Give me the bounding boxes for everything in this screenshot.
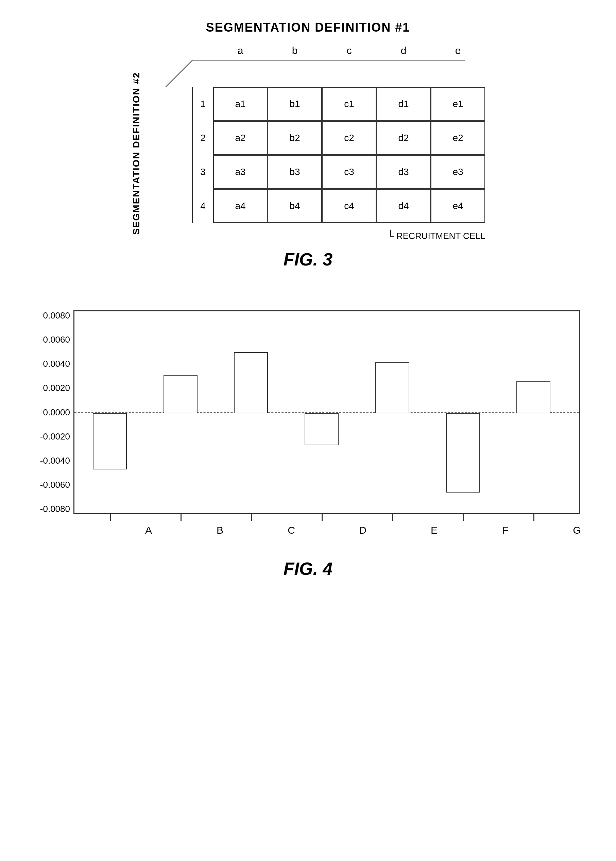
x-label-g: G [570, 525, 584, 536]
cell-d4: d4 [376, 189, 431, 223]
col-header-a: a [213, 45, 267, 60]
x-axis-labels: ABCDEFG [74, 525, 585, 542]
y-ticks [71, 311, 74, 513]
cell-c2: c2 [322, 121, 376, 155]
cell-e4: e4 [431, 189, 485, 223]
cell-c3: c3 [322, 155, 376, 189]
y-label-0000: 0.0000 [36, 407, 70, 418]
cell-b3: b3 [267, 155, 322, 189]
bar-g [516, 382, 550, 413]
cell-d1: d1 [376, 87, 431, 121]
grid-rows: 1 a1 b1 c1 d1 e1 2 a2 b2 c2 [193, 87, 485, 223]
recruitment-cell-label: └ RECRUITMENT CELL [387, 230, 485, 242]
x-tick-a [110, 514, 111, 521]
bar-a [93, 413, 127, 470]
bar-e [375, 362, 409, 413]
x-tick-d [322, 514, 323, 521]
fig3-section: SEGMENTATION DEFINITION #1 SEGMENTATION … [27, 20, 589, 290]
x-tick-c [251, 514, 252, 521]
cell-a4: a4 [213, 189, 267, 223]
y-label-n0080: -0.0080 [36, 504, 70, 514]
y-label-0020: 0.0020 [36, 383, 70, 393]
fig4-label: FIG. 4 [283, 558, 333, 579]
fig3-title: SEGMENTATION DEFINITION #1 [206, 20, 410, 35]
y-label-n0020: -0.0020 [36, 431, 70, 442]
bar-d [305, 413, 339, 445]
col-header-c: c [322, 45, 376, 60]
table-row-2: 2 a2 b2 c2 d2 e2 [193, 121, 485, 155]
row-header-2: 2 [193, 121, 213, 155]
x-label-f: F [499, 525, 512, 536]
row-header-4: 4 [193, 189, 213, 223]
diagonal-corner [165, 60, 193, 87]
row-header-1: 1 [193, 87, 213, 121]
fig3-label: FIG. 3 [283, 249, 333, 270]
cell-a3: a3 [213, 155, 267, 189]
fig4-section: 0.0080 0.0060 0.0040 0.0020 0.0000 -0.00… [27, 310, 589, 599]
cell-b1: b1 [267, 87, 322, 121]
cell-a2: a2 [213, 121, 267, 155]
y-label-0080: 0.0080 [36, 310, 70, 321]
cell-c4: c4 [322, 189, 376, 223]
y-label-n0060: -0.0060 [36, 479, 70, 490]
cell-e3: e3 [431, 155, 485, 189]
recruitment-cell-area: └ RECRUITMENT CELL [145, 226, 485, 242]
cell-e1: e1 [431, 87, 485, 121]
cell-a1: a1 [213, 87, 267, 121]
col-header-e: e [431, 45, 485, 60]
x-tick-g [533, 514, 534, 521]
x-label-c: C [284, 525, 298, 536]
y-label-0060: 0.0060 [36, 335, 70, 345]
bracket-icon: └ [387, 230, 394, 242]
zero-line [74, 412, 579, 413]
corner-row [145, 60, 485, 87]
bar-b [163, 375, 198, 413]
cell-b2: b2 [267, 121, 322, 155]
table-area: a b c d e [145, 45, 485, 242]
cell-e2: e2 [431, 121, 485, 155]
vertical-label-wrapper: SEGMENTATION DEFINITION #2 [131, 72, 142, 235]
y-label-0040: 0.0040 [36, 358, 70, 369]
cell-d3: d3 [376, 155, 431, 189]
fig3-content: SEGMENTATION DEFINITION #2 a b c d e [131, 45, 485, 242]
table-row-1: 1 a1 b1 c1 d1 e1 [193, 87, 485, 121]
x-label-b: B [213, 525, 227, 536]
col-headers: a b c d e [165, 45, 485, 60]
x-label-a: A [142, 525, 156, 536]
table-body: 1 a1 b1 c1 d1 e1 2 a2 b2 c2 [145, 60, 485, 242]
recruitment-label: RECRUITMENT CELL [396, 231, 485, 241]
y-label-n0040: -0.0040 [36, 456, 70, 466]
bar-c [234, 352, 268, 413]
x-tick-e [392, 514, 393, 521]
cell-d2: d2 [376, 121, 431, 155]
vertical-label: SEGMENTATION DEFINITION #2 [131, 72, 142, 235]
y-axis-labels: 0.0080 0.0060 0.0040 0.0020 0.0000 -0.00… [36, 310, 70, 514]
x-tick-f [463, 514, 464, 521]
chart-outer: 0.0080 0.0060 0.0040 0.0020 0.0000 -0.00… [36, 310, 580, 542]
svg-line-0 [165, 60, 193, 87]
col-header-b: b [267, 45, 322, 60]
chart-box [74, 310, 580, 514]
x-label-e: E [427, 525, 441, 536]
bar-f [446, 413, 480, 493]
table-row-4: 4 a4 b4 c4 d4 e4 [193, 189, 485, 223]
x-tick-b [181, 514, 182, 521]
row-header-3: 3 [193, 155, 213, 189]
cell-b4: b4 [267, 189, 322, 223]
cell-c1: c1 [322, 87, 376, 121]
grid-area: 1 a1 b1 c1 d1 e1 2 a2 b2 c2 [145, 87, 485, 223]
chart-with-y-axis: 0.0080 0.0060 0.0040 0.0020 0.0000 -0.00… [36, 310, 580, 514]
x-label-d: D [356, 525, 369, 536]
table-row-3: 3 a3 b3 c3 d3 e3 [193, 155, 485, 189]
col-header-d: d [376, 45, 431, 60]
